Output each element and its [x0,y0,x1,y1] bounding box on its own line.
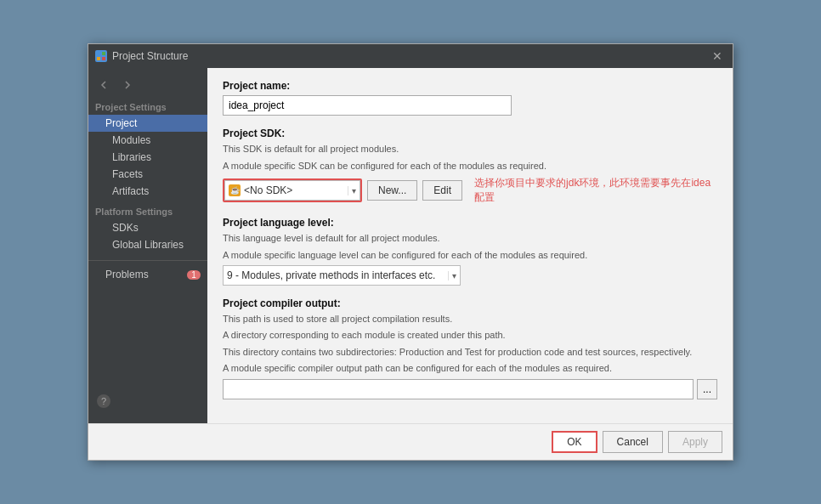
new-sdk-button[interactable]: New... [367,180,417,201]
back-button[interactable] [93,78,114,92]
sidebar-item-libraries[interactable]: Libraries [88,149,207,166]
language-level-label: Project language level: [223,217,717,229]
project-sdk-desc2: A module specific SDK can be configured … [223,160,717,173]
sdk-annotation: 选择你项目中要求的jdk环境，此环境需要事先在idea配置 [474,176,717,205]
sdk-row: ☕ <No SDK> ▾ New... Edit 选择你项目中要求的jdk环境，… [223,176,717,205]
project-sdk-label: Project SDK: [223,127,717,139]
browse-button[interactable]: ... [697,379,717,399]
sidebar-item-global-libraries[interactable]: Global Libraries [88,236,207,253]
cancel-button[interactable]: Cancel [603,431,663,453]
title-bar: Project Structure ✕ [88,44,733,68]
sdk-icon: ☕ [229,184,241,196]
sidebar-item-artifacts[interactable]: Artifacts [88,183,207,200]
sdk-select[interactable]: ☕ <No SDK> ▾ [224,180,360,201]
project-name-label: Project name: [223,80,717,92]
sidebar-item-modules[interactable]: Modules [88,132,207,149]
title-bar-left: Project Structure [95,50,188,62]
compiler-output-input[interactable] [223,379,694,399]
problems-badge: 1 [187,270,201,280]
sidebar-item-facets[interactable]: Facets [88,166,207,183]
compiler-desc2: A directory corresponding to each module… [223,329,717,342]
problems-section: Problems 1 [88,260,207,283]
compiler-output-row: ... [223,379,717,399]
svg-rect-2 [97,57,100,60]
browse-icon: ... [703,383,711,395]
project-structure-dialog: Project Structure ✕ Project Settings Pro… [88,43,733,460]
compiler-desc4: A module specific compiler output path c… [223,362,717,375]
svg-rect-1 [102,52,105,55]
language-level-select[interactable]: 9 - Modules, private methods in interfac… [223,265,461,286]
apply-button[interactable]: Apply [668,431,722,453]
platform-settings-section: Platform Settings [88,200,207,219]
compiler-desc3: This directory contains two subdirectori… [223,346,717,359]
close-button[interactable]: ✕ [709,49,726,63]
language-level-group: Project language level: This language le… [223,217,717,286]
dialog-title: Project Structure [112,50,188,62]
forward-button[interactable] [117,78,138,92]
sdk-select-wrapper: ☕ <No SDK> ▾ [223,178,362,202]
language-dropdown-arrow: ▾ [448,271,456,280]
project-name-group: Project name: [223,80,717,116]
help-button[interactable]: ? [97,394,110,408]
sidebar-item-project[interactable]: Project [88,115,207,132]
sidebar: Project Settings Project Modules Librari… [88,68,207,422]
dialog-footer: OK Cancel Apply [88,423,733,460]
language-desc2: A module specific language level can be … [223,249,717,262]
sdk-value: <No SDK> [244,184,344,196]
dialog-body: Project Settings Project Modules Librari… [88,68,733,422]
svg-rect-3 [102,57,105,60]
sdk-dropdown-arrow: ▾ [348,186,356,195]
dialog-icon [95,50,107,62]
problems-label: Problems [105,269,149,280]
edit-sdk-button[interactable]: Edit [422,180,462,201]
language-row: 9 - Modules, private methods in interfac… [223,265,717,286]
project-settings-section: Project Settings [88,95,207,115]
svg-rect-0 [97,52,100,55]
main-content: Project name: Project SDK: This SDK is d… [207,68,733,422]
sidebar-item-sdks[interactable]: SDKs [88,219,207,236]
compiler-output-label: Project compiler output: [223,297,717,309]
project-sdk-group: Project SDK: This SDK is default for all… [223,127,717,205]
ok-button[interactable]: OK [552,431,597,453]
compiler-output-group: Project compiler output: This path is us… [223,297,717,399]
compiler-desc1: This path is used to store all project c… [223,313,717,326]
sidebar-item-problems[interactable]: Problems 1 [88,266,207,283]
language-level-value: 9 - Modules, private methods in interfac… [227,269,444,281]
language-desc1: This language level is default for all p… [223,232,717,245]
project-name-input[interactable] [223,95,512,116]
project-sdk-desc1: This SDK is default for all project modu… [223,143,717,156]
